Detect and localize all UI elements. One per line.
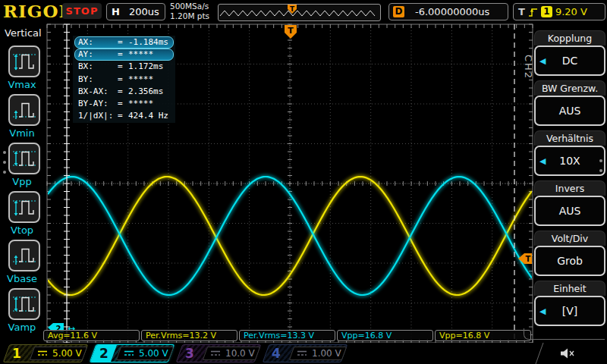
- menu-channel-tab: CH2: [523, 55, 534, 80]
- vpp-label: Vpp: [0, 176, 44, 187]
- cursor-row-value: *****: [128, 49, 170, 60]
- cursor-row-freq: 1/|dX|: = 424.4 Hz: [74, 110, 174, 122]
- menu-page-dots: [599, 159, 602, 172]
- timebase-box[interactable]: H 200us: [106, 3, 165, 20]
- vbase-label: Vbase: [0, 273, 44, 284]
- vpp-button[interactable]: [8, 143, 40, 174]
- vmax-icon: [11, 48, 38, 75]
- cursor-row-value: *****: [128, 74, 170, 85]
- trigger-position-letter: T: [288, 26, 294, 36]
- channel-4-block[interactable]: 4 1.00 V: [263, 344, 348, 362]
- speaker-muted-icon: [559, 347, 579, 359]
- toolbar-title: Vertical: [5, 27, 42, 39]
- channel-2-block[interactable]: 2 5.00 V: [90, 344, 175, 362]
- cursor-row-label: BY-AY:: [78, 99, 118, 109]
- vmax-label: Vmax: [0, 79, 44, 90]
- softkey-value: Grob: [557, 255, 583, 267]
- trigger-box: T 1 9.20 V: [513, 3, 605, 20]
- bottom-bar-divider: [530, 343, 546, 364]
- sample-rate: 500MSa/s: [170, 2, 209, 11]
- cursor-row-by: BY: = *****: [74, 74, 174, 86]
- measurement-row: Avg=11.6 V Per.Vrms=13.2 V Per.Vrms=13.3…: [43, 330, 531, 341]
- vtop-button[interactable]: [8, 191, 40, 223]
- cursor-readout-panel: AX: = -1.184ms AY: = ***** BX: = 1.172ms…: [73, 36, 175, 123]
- cursor-row-ax: AX: = -1.184ms: [74, 36, 174, 49]
- cursor-row-label: BX-AX:: [78, 86, 118, 97]
- cursor-row-label: BY:: [78, 74, 118, 85]
- channel-number: 3: [185, 346, 194, 361]
- vtop-icon: [11, 193, 38, 221]
- softkey-value: [V]: [562, 305, 578, 317]
- cursor-row-value: 424.4 Hz: [128, 111, 170, 121]
- cursor-row-ay: AY: = *****: [74, 49, 174, 61]
- softkey-verhaeltnis[interactable]: Verhältnis ◀ 10X: [534, 130, 605, 176]
- softkey-einheit[interactable]: Einheit ◀ [V]: [534, 281, 605, 326]
- acquisition-info: 500MSa/s 1.20M pts: [170, 2, 209, 21]
- softkey-label: Einheit: [534, 281, 605, 296]
- preview-waveform: T: [219, 5, 379, 19]
- cursor-row-label: 1/|dX|:: [78, 111, 118, 121]
- run-state-indicator: STOP: [62, 3, 102, 19]
- timebase-label: H: [112, 6, 120, 17]
- top-bar: RIGOL STOP H 200us 500MSa/s 1.20M pts T …: [0, 0, 607, 23]
- menu-frame-corner: [524, 328, 605, 340]
- dc-coupling-icon: [124, 350, 134, 357]
- equals-sign: =: [118, 37, 128, 48]
- cursor-row-label: AX:: [78, 37, 118, 48]
- cursor-row-value: *****: [128, 99, 170, 109]
- softkey-label: Kopplung: [534, 30, 605, 46]
- vmax-button[interactable]: [8, 46, 40, 77]
- trigger-label: T: [518, 6, 525, 17]
- chevron-left-icon: ◀: [539, 306, 546, 316]
- cursor-row-byay: BY-AY: = *****: [74, 98, 174, 110]
- equals-sign: =: [118, 99, 128, 109]
- toolbar-page-dots: [3, 151, 6, 174]
- memory-depth: 1.20M pts: [170, 11, 209, 21]
- cursor-a-line[interactable]: [64, 24, 70, 343]
- softkey-volt-div[interactable]: Volt/Div Grob: [534, 231, 605, 276]
- dc-coupling-icon: [297, 350, 307, 357]
- softkey-label: Volt/Div: [534, 231, 605, 246]
- trigger-position-marker[interactable]: T: [285, 25, 297, 39]
- channel-number: 2: [99, 346, 109, 361]
- vpp-icon: [11, 145, 38, 172]
- measurement-chip: Vpp=16.8 V: [337, 330, 433, 341]
- softkey-label: Verhältnis: [534, 130, 605, 146]
- measurement-chip: Avg=11.6 V: [43, 330, 140, 341]
- softkey-kopplung[interactable]: Kopplung ◀ DC: [534, 30, 605, 76]
- vbase-icon: [11, 242, 38, 269]
- cursor-row-bx: BX: = 1.172ms: [74, 61, 174, 73]
- dc-coupling-icon: [210, 350, 221, 357]
- channel-number: 1: [12, 346, 21, 361]
- equals-sign: =: [118, 111, 128, 121]
- channel-number-zone: 2: [90, 345, 117, 362]
- delay-icon: D: [393, 6, 404, 17]
- vbase-button[interactable]: [8, 240, 40, 271]
- channel-3-block[interactable]: 3 10.0 V: [176, 344, 262, 362]
- equals-sign: =: [118, 61, 128, 72]
- cursor-row-value: 1.172ms: [128, 61, 170, 72]
- softkey-value: DC: [562, 55, 578, 67]
- vmin-label: Vmin: [0, 127, 44, 139]
- trigger-level-letter: T: [526, 255, 531, 263]
- vamp-button[interactable]: [8, 288, 40, 320]
- measurement-chip: Per.Vrms=13.2 V: [141, 330, 237, 341]
- softkey-invers[interactable]: Invers AUS: [534, 180, 605, 226]
- equals-sign: =: [118, 49, 128, 60]
- timebase-value: 200us: [129, 6, 159, 17]
- softkey-bw-grenzw[interactable]: BW Grenzw. AUS: [534, 80, 605, 126]
- vmin-button[interactable]: [8, 94, 40, 126]
- trigger-slope-icon: [528, 7, 538, 17]
- softkey-value: 10X: [559, 155, 580, 167]
- waveform-preview-bar[interactable]: T: [218, 4, 381, 21]
- equals-sign: =: [118, 86, 128, 97]
- trigger-source-badge: 1: [541, 6, 552, 17]
- channel-scale: 10.0 V: [225, 348, 255, 359]
- channel-1-block[interactable]: 1 5.00 V: [3, 344, 89, 362]
- channel-scale: 1.00 V: [312, 348, 341, 359]
- channel-scale: 5.00 V: [139, 348, 168, 359]
- chevron-left-icon: ◀: [539, 156, 546, 166]
- preview-trigger-letter: T: [290, 5, 295, 13]
- channel-scale: 5.00 V: [52, 348, 82, 359]
- measurement-chip: Per.Vrms=13.3 V: [239, 330, 335, 341]
